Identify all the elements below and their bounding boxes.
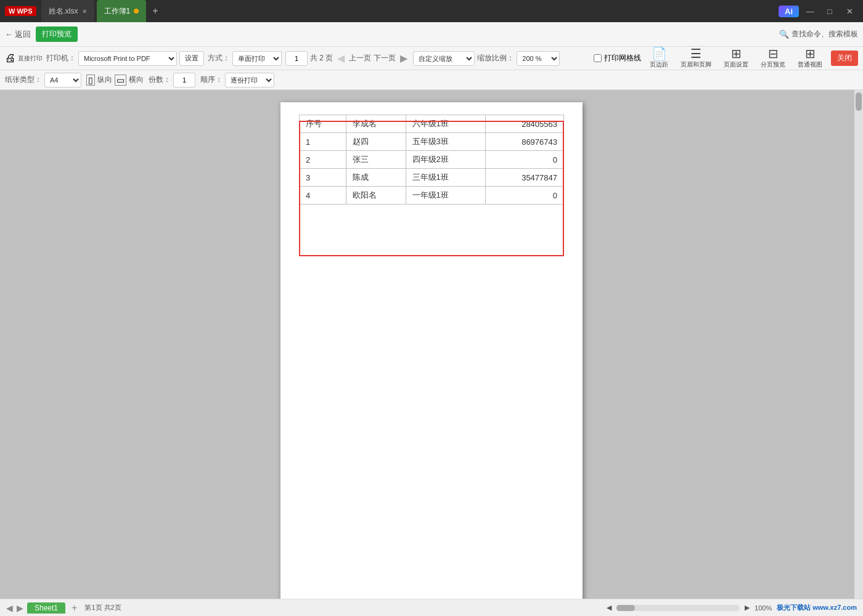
cell-name: 陈成	[346, 169, 406, 187]
cell-phone: 0	[485, 187, 563, 205]
cell-class: 四年级2班	[406, 151, 485, 169]
print-page: 序号李成名六年级1班284055631赵四五年级3班869767432张三四年级…	[280, 102, 583, 606]
toolbar-row3: 纸张类型： A4 ▯ 纵向 ▭ 横向 份数： 顺序： 逐份打印	[0, 70, 863, 90]
zoom-group: 自定义缩放 缩放比例： 200 %	[413, 51, 560, 66]
cell-seq: 2	[300, 151, 346, 169]
mode-group: 方式： 单面打印	[208, 51, 282, 66]
right-toolbar: 打印网格线 📄 页边距 ☰ 页眉和页脚 ⊞ 页面设置 ⊟ 分页预览 ⊞ 普通视图…	[594, 46, 858, 70]
copies-input[interactable]	[173, 73, 195, 87]
horizontal-scrollbar[interactable]	[616, 605, 740, 611]
status-right: ◀ ▶ 100% 极光下载站 www.xz7.com	[607, 603, 857, 612]
prev-page-button[interactable]: ◀	[335, 52, 346, 64]
order-label: 顺序：	[200, 75, 223, 85]
restore-button[interactable]: □	[821, 2, 838, 20]
sheet1-tab[interactable]: Sheet1	[27, 602, 65, 614]
table-row: 3陈成三年级1班35477847	[300, 169, 564, 187]
paper-label: 纸张类型：	[5, 75, 42, 85]
tab-add-button[interactable]: +	[146, 6, 164, 17]
mode-label: 方式：	[208, 53, 230, 63]
zoom-level: 100%	[755, 604, 772, 612]
back-button[interactable]: ← 返回	[5, 29, 31, 40]
split-preview-label: 分页预览	[761, 60, 785, 69]
data-table: 序号李成名六年级1班284055631赵四五年级3班869767432张三四年级…	[299, 115, 564, 205]
ai-button[interactable]: Ai	[779, 6, 799, 17]
table-row: 2张三四年级2班0	[300, 151, 564, 169]
print-grid-group: 打印网格线	[594, 53, 641, 63]
margin-button[interactable]: 📄 页边距	[646, 46, 672, 70]
bottom-logo: 极光下载站 www.xz7.com	[777, 603, 857, 612]
cell-class: 六年级1班	[406, 115, 485, 133]
landscape-icon: ▭	[115, 75, 126, 86]
prev-sheet-icon[interactable]: ◀	[6, 603, 13, 613]
table-row: 1赵四五年级3班86976743	[300, 133, 564, 151]
search-icon: 🔍	[779, 30, 789, 39]
scroll-thumb[interactable]	[856, 92, 862, 111]
page-setup-icon: ⊞	[731, 47, 742, 60]
back-arrow-icon: ←	[5, 30, 13, 39]
table-row: 序号李成名六年级1班28405563	[300, 115, 564, 133]
vertical-scrollbar[interactable]	[854, 90, 863, 616]
paper-select[interactable]: A4	[44, 73, 81, 87]
margin-label: 页边距	[650, 60, 668, 69]
portrait-icon: ▯	[86, 75, 95, 86]
copies-label: 份数：	[149, 75, 171, 85]
page-setup-button[interactable]: ⊞ 页面设置	[720, 46, 752, 70]
cell-name: 张三	[346, 151, 406, 169]
back-label: 返回	[15, 29, 31, 40]
normal-view-button[interactable]: ⊞ 普通视图	[794, 46, 826, 70]
cell-phone: 35477847	[485, 169, 563, 187]
portrait-label: 纵向	[97, 75, 112, 85]
print-preview-area: 序号李成名六年级1班284055631赵四五年级3班869767432张三四年级…	[0, 90, 863, 616]
tab-file[interactable]: 姓名.xlsx ✕	[41, 0, 94, 22]
margin-icon: 📄	[652, 47, 667, 60]
next-label: 下一页	[374, 53, 396, 63]
prev-label: 上一页	[349, 53, 371, 63]
direct-print-label: 直接打印	[18, 55, 43, 62]
direct-print-group: 🖨 直接打印	[5, 52, 43, 65]
page-right-nav[interactable]: ▶	[745, 604, 750, 612]
print-grid-checkbox[interactable]	[594, 54, 602, 62]
unsaved-dot	[134, 9, 139, 14]
cell-name: 欧阳名	[346, 187, 406, 205]
minimize-button[interactable]: —	[801, 2, 819, 20]
cell-class: 一年级1班	[406, 187, 485, 205]
order-select[interactable]: 逐份打印	[225, 73, 274, 87]
cell-seq: 4	[300, 187, 346, 205]
zoom-value-select[interactable]: 200 %	[517, 51, 560, 66]
split-preview-icon: ⊟	[768, 47, 779, 60]
page-left-nav[interactable]: ◀	[607, 604, 611, 612]
cell-phone: 0	[485, 151, 563, 169]
page-info: 第1页 共2页	[84, 603, 121, 612]
printer-select[interactable]: Microsoft Print to PDF	[78, 51, 177, 66]
paper-group: 纸张类型： A4	[5, 73, 81, 87]
mode-select[interactable]: 单面打印	[232, 51, 282, 66]
horizontal-thumb[interactable]	[616, 605, 635, 611]
tab-file-close[interactable]: ✕	[82, 8, 87, 15]
table-row: 4欧阳名一年级1班0	[300, 187, 564, 205]
split-preview-button[interactable]: ⊟ 分页预览	[757, 46, 789, 70]
add-sheet-button[interactable]: +	[72, 602, 77, 614]
tab-file-label: 姓名.xlsx	[49, 6, 78, 17]
next-sheet-icon[interactable]: ▶	[17, 603, 23, 613]
normal-view-icon: ⊞	[805, 47, 816, 60]
tab-active-label: 工作簿1	[104, 6, 131, 17]
copies-group: 份数：	[149, 73, 195, 87]
close-button[interactable]: ✕	[841, 2, 858, 20]
cell-name: 李成名	[346, 115, 406, 133]
tab-workbook[interactable]: 工作簿1	[97, 0, 147, 22]
printer-label: 打印机：	[46, 53, 76, 63]
settings-button[interactable]: 设置	[179, 51, 204, 66]
header-footer-button[interactable]: ☰ 页眉和页脚	[677, 46, 715, 70]
close-preview-button[interactable]: 关闭	[831, 51, 858, 66]
cell-class: 五年级3班	[406, 133, 485, 151]
print-preview-button[interactable]: 打印预览	[36, 26, 78, 42]
title-bar: W WPS 姓名.xlsx ✕ 工作簿1 + Ai — □ ✕	[0, 0, 863, 22]
header-footer-icon: ☰	[690, 47, 701, 60]
zoom-select[interactable]: 自定义缩放	[413, 51, 475, 66]
minimize-icon: —	[806, 7, 814, 16]
search-templates[interactable]: 🔍 查找命令、搜索模板	[779, 29, 858, 39]
page-total-label: 共 2 页	[310, 53, 333, 63]
page-number-input[interactable]	[285, 51, 308, 66]
toolbar-row2: 🖨 直接打印 打印机： Microsoft Print to PDF 设置 方式…	[0, 47, 863, 70]
next-page-button[interactable]: ▶	[398, 52, 409, 64]
